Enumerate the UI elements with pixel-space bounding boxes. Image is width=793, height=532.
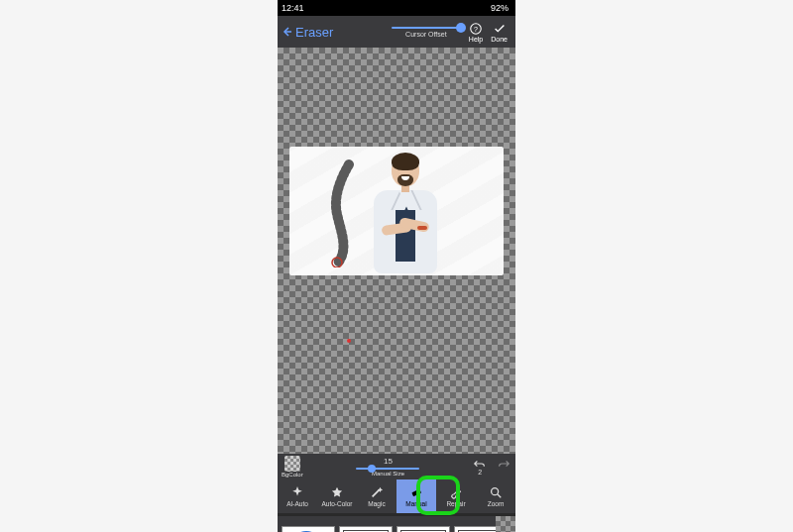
status-time: 12:41: [282, 3, 304, 13]
bgcolor-button[interactable]: BgColor: [282, 456, 303, 478]
thumbnail-1[interactable]: [282, 526, 335, 532]
check-icon: [493, 22, 507, 36]
undo-button[interactable]: 2: [473, 459, 487, 476]
tool-zoom[interactable]: Zoom: [476, 479, 515, 513]
size-bar: BgColor 15 Manual Size 2 Redo: [278, 454, 515, 479]
magnifier-icon: [489, 485, 503, 499]
erase-stroke: [321, 159, 371, 267]
appbar-title: Eraser: [295, 25, 333, 40]
back-button[interactable]: Eraser: [282, 25, 333, 40]
cursor-indicator: [347, 339, 351, 343]
tool-bar: AI-Auto Auto-Color Magic Manual Repair Z…: [278, 479, 515, 513]
thumbnail-2[interactable]: [339, 526, 393, 532]
svg-line-18: [373, 489, 380, 496]
help-icon: ?: [469, 22, 483, 36]
thumbnail-4[interactable]: [454, 526, 508, 532]
editor-canvas[interactable]: [278, 48, 515, 454]
svg-rect-19: [411, 489, 421, 497]
svg-line-21: [498, 494, 502, 498]
undo-icon: [473, 459, 487, 469]
size-slider[interactable]: [356, 468, 419, 470]
app-bar: Eraser Cursor Offset ? Help Done: [278, 16, 515, 48]
done-button[interactable]: Done: [491, 22, 508, 43]
size-value: 15: [384, 458, 393, 466]
cursor-offset-control[interactable]: Cursor Offset: [392, 27, 461, 38]
svg-point-20: [492, 488, 499, 495]
size-label: Manual Size: [372, 471, 404, 477]
thumbnail-3[interactable]: [396, 526, 450, 532]
redo-icon: [497, 459, 510, 469]
thumbnail-strip[interactable]: [278, 516, 515, 532]
tool-ai-auto[interactable]: AI-Auto: [278, 479, 317, 513]
star-icon: [330, 485, 344, 499]
tool-magic[interactable]: Magic: [357, 479, 396, 513]
eraser-icon: [409, 485, 423, 499]
photo-layer: [289, 147, 504, 275]
battery-percent: 92%: [491, 3, 509, 13]
redo-button[interactable]: Redo: [495, 459, 511, 476]
tool-auto-color[interactable]: Auto-Color: [317, 479, 357, 513]
wand-icon: [370, 485, 384, 499]
checker-icon: [284, 456, 300, 472]
status-bar: 12:41 92%: [278, 0, 515, 16]
help-button[interactable]: ? Help: [469, 22, 483, 43]
tool-repair[interactable]: Repair: [436, 479, 476, 513]
svg-text:?: ?: [474, 25, 478, 32]
tool-manual[interactable]: Manual: [396, 479, 436, 513]
brush-icon: [449, 485, 463, 499]
phone-frame: 12:41 92% Eraser Curs: [278, 0, 515, 532]
cursor-offset-slider[interactable]: [392, 27, 461, 29]
arrow-left-icon: [282, 26, 293, 38]
sparkle-icon: [290, 485, 304, 499]
cursor-offset-label: Cursor Offset: [405, 31, 447, 38]
